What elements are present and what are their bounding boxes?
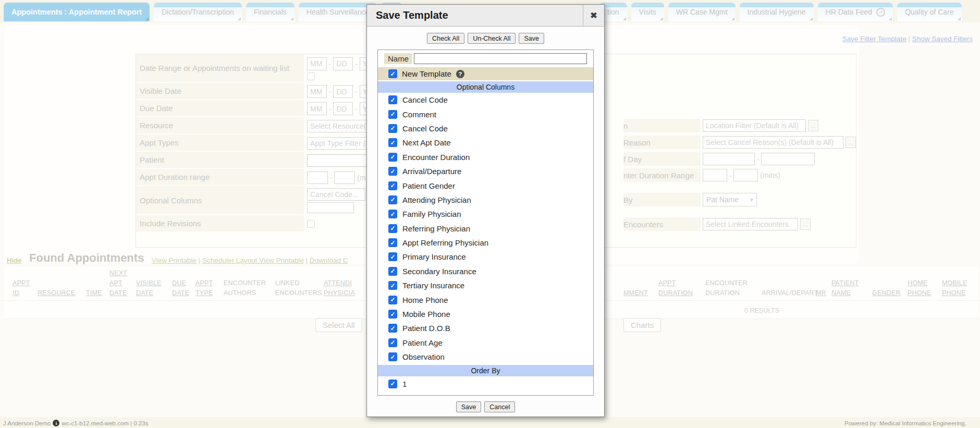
optional-column-row[interactable]: Appt Referring Physician — [378, 236, 593, 250]
new-template-row[interactable]: New Template ? — [378, 67, 593, 80]
optional-column-label: Patient Age — [402, 338, 443, 347]
tab-wr-case-mgmt[interactable]: WR Case Mgmt — [668, 3, 736, 21]
tab-label: Financials — [254, 8, 287, 16]
checkbox-checked-icon[interactable] — [388, 352, 397, 361]
checkbox-checked-icon[interactable] — [388, 167, 397, 176]
optional-column-label: Mobile Phone — [402, 310, 450, 319]
checkbox-checked-icon[interactable] — [388, 124, 397, 133]
optional-column-row[interactable]: Referring Physician — [378, 222, 593, 236]
optional-column-label: Attending Physician — [402, 195, 471, 204]
checkbox-checked-icon[interactable] — [388, 110, 397, 119]
checkbox-checked-icon[interactable] — [388, 224, 397, 233]
checkbox-checked-icon[interactable] — [388, 281, 397, 290]
optional-column-label: Patient D.O.B — [402, 324, 450, 333]
tab-label: tion — [607, 8, 619, 16]
optional-column-row[interactable]: Patient Gender — [378, 178, 593, 192]
optional-column-label: Tertiary Insurance — [402, 281, 464, 290]
checkbox-checked-icon[interactable] — [388, 210, 397, 218]
optional-column-row[interactable]: Comment — [378, 107, 593, 121]
optional-column-label: Observation — [402, 352, 445, 361]
section-header-optional-columns: Optional Columns — [378, 81, 593, 93]
checkbox-checked-icon[interactable] — [388, 153, 397, 162]
checkbox-checked-icon[interactable] — [388, 338, 397, 347]
checkbox-checked-icon[interactable] — [388, 324, 397, 333]
check-all-button[interactable]: Check All — [427, 33, 464, 44]
optional-column-row[interactable]: Next Apt Date — [378, 136, 593, 150]
optional-column-label: Cancel Code — [402, 124, 448, 133]
order-by-row[interactable]: 1 — [378, 376, 593, 390]
optional-column-label: Home Phone — [402, 296, 448, 304]
status-bar: J Anderson Demo i wc-c1-b12.med-web.com … — [0, 418, 980, 428]
optional-column-row[interactable]: Secondary Insurance — [378, 264, 593, 278]
cancel-button[interactable]: Cancel — [484, 401, 515, 412]
toolbar-save-button[interactable]: Save — [519, 33, 544, 44]
optional-column-label: Secondary Insurance — [402, 267, 476, 276]
close-icon[interactable]: ✖ — [583, 5, 604, 26]
tab-appointments-appointment-report[interactable]: Appointments : Appointment Report — [4, 3, 150, 21]
order-by-item-label: 1 — [402, 380, 407, 388]
modal-actions: Save Cancel — [367, 401, 604, 412]
tab-label: Quality of Care — [905, 8, 953, 16]
checkbox-checked-icon[interactable] — [388, 310, 397, 319]
help-icon[interactable]: ? — [456, 70, 464, 78]
tab-industrial-hygiene[interactable]: Industrial Hygiene — [740, 3, 814, 21]
optional-column-label: Family Physician — [402, 210, 461, 218]
optional-column-row[interactable]: Family Physician — [378, 207, 593, 221]
checkbox-checked-icon[interactable] — [388, 296, 397, 304]
optional-column-row[interactable]: Observation — [378, 350, 593, 364]
checkbox-checked-icon[interactable] — [388, 69, 397, 78]
checkbox-checked-icon[interactable] — [388, 95, 397, 104]
order-by-list: 1 — [378, 376, 593, 390]
tab-label: Industrial Hygiene — [748, 8, 806, 16]
template-columns-box: Name New Template ? Optional Columns Can… — [377, 50, 594, 396]
optional-column-row[interactable]: Mobile Phone — [378, 307, 593, 321]
modal-header: Save Template ✖ — [367, 5, 604, 27]
checkbox-checked-icon[interactable] — [388, 267, 397, 276]
optional-column-row[interactable]: Patient Age — [378, 336, 593, 350]
optional-column-row[interactable]: Patient D.O.B — [378, 321, 593, 335]
new-template-label: New Template — [402, 69, 451, 78]
tab-visits[interactable]: Visits — [631, 3, 664, 21]
checkbox-checked-icon[interactable] — [388, 238, 397, 247]
tab-label: Dictation/Transcription — [162, 8, 234, 16]
tab-label: Appointments : Appointment Report — [11, 8, 142, 16]
tab-dictation-transcription[interactable]: Dictation/Transcription — [154, 3, 242, 21]
optional-column-row[interactable]: Arrival/Departure — [378, 164, 593, 178]
name-label: Name — [384, 53, 412, 64]
checkbox-checked-icon[interactable] — [388, 195, 397, 204]
optional-column-row[interactable]: Tertiary Insurance — [378, 278, 593, 292]
optional-column-label: Appt Referring Physician — [402, 238, 488, 247]
tab-quality-of-care[interactable]: Quality of Care — [897, 3, 961, 21]
tab-label: Health Surveillance — [307, 8, 370, 16]
uncheck-all-button[interactable]: Un-Check All — [468, 33, 516, 44]
modal-toolbar: Check All Un-Check All Save — [367, 33, 604, 44]
tab-label: WR Case Mgmt — [676, 8, 728, 16]
server-host: wc-c1-b12.med-web.com | 0.23s — [62, 420, 148, 426]
tab-label: HR Data Feed — [826, 8, 872, 16]
checkbox-checked-icon[interactable] — [388, 138, 397, 147]
optional-column-label: Patient Gender — [402, 181, 455, 190]
optional-column-label: Comment — [402, 110, 436, 119]
optional-column-row[interactable]: Home Phone — [378, 292, 593, 307]
optional-column-row[interactable]: Cancel Code — [378, 93, 593, 107]
checkbox-checked-icon[interactable] — [388, 252, 397, 261]
tab-hr-data-feed[interactable]: HR Data Feed — [818, 3, 893, 21]
checkbox-checked-icon[interactable] — [388, 181, 397, 190]
optional-column-label: Referring Physician — [402, 224, 470, 233]
template-name-input[interactable] — [414, 53, 587, 64]
optional-column-label: Cancel Code — [402, 95, 448, 104]
optional-column-row[interactable]: Attending Physician — [378, 193, 593, 207]
powered-by: Powered by: Medical Informatics Engineer… — [844, 420, 966, 426]
tab-health-surveillance[interactable]: Health Surveillance — [299, 3, 377, 21]
modal-title: Save Template — [367, 5, 583, 26]
optional-column-row[interactable]: Primary Insurance — [378, 250, 593, 264]
info-icon[interactable]: i — [53, 420, 59, 426]
optional-column-label: Encounter Duration — [402, 153, 470, 162]
checkbox-checked-icon[interactable] — [388, 380, 397, 388]
optional-column-row[interactable]: Cancel Code — [378, 121, 593, 136]
save-button[interactable]: Save — [456, 401, 482, 412]
optional-column-label: Primary Insurance — [402, 252, 466, 261]
optional-columns-list: Cancel Code Comment Cancel Code Next Apt… — [378, 93, 593, 364]
optional-column-row[interactable]: Encounter Duration — [378, 150, 593, 164]
tab-financials[interactable]: Financials — [246, 3, 295, 21]
